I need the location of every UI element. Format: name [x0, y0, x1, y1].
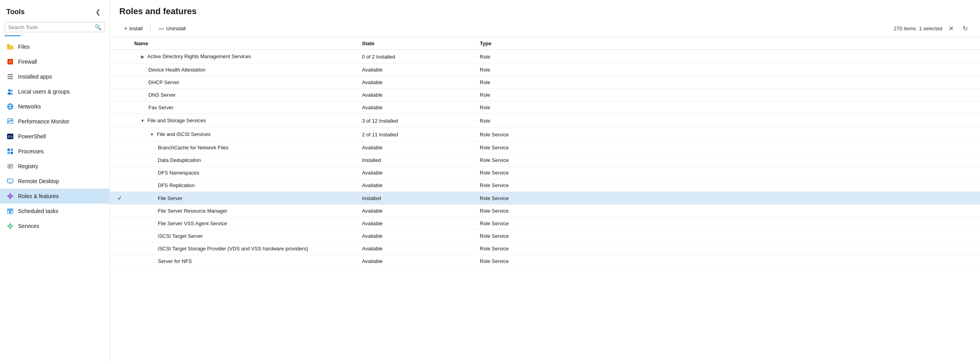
main-header: Roles and features — [110, 0, 980, 20]
row-name-cell: Device Health Attestation — [130, 64, 357, 76]
row-name-cell: File Server VSS Agent Service — [130, 217, 357, 230]
svg-point-7 — [8, 89, 11, 92]
scheduled-tasks-icon — [6, 207, 14, 215]
row-state-cell: Available — [357, 230, 475, 243]
refresh-button[interactable]: ↻ — [960, 23, 971, 34]
row-type-cell: Role Service — [475, 192, 980, 205]
row-name-cell: DHCP Server — [130, 76, 357, 89]
expand-button[interactable]: ▼ — [139, 117, 146, 124]
sidebar-item-installed-apps[interactable]: Installed apps — [0, 69, 110, 84]
page-title: Roles and features — [119, 6, 971, 17]
row-type-cell: Role Service — [475, 179, 980, 192]
table-body: ▶ Active Directory Rights Management Ser… — [110, 50, 980, 268]
row-type-cell: Role — [475, 50, 980, 64]
row-checkbox-cell — [110, 243, 130, 255]
expand-button[interactable]: ▶ — [139, 53, 146, 60]
row-checkbox-cell — [110, 167, 130, 179]
table-row[interactable]: BranchCache for Network FilesAvailableRo… — [110, 141, 980, 154]
row-state-cell: 3 of 12 Installed — [357, 114, 475, 128]
roles-table: Name State Type ▶ Active Directory Right… — [110, 37, 980, 268]
table-row[interactable]: ▶ Active Directory Rights Management Ser… — [110, 50, 980, 64]
table-row[interactable]: ▼ File and iSCSI Services2 of 11 Install… — [110, 128, 980, 141]
sidebar: Tools ❮ 🔍 FilesFirewallInstalled appsLoc… — [0, 0, 110, 362]
table-row[interactable]: Server for NFSAvailableRole Service — [110, 255, 980, 268]
installed-apps-icon — [6, 73, 14, 81]
col-name: Name — [130, 37, 357, 50]
sidebar-item-registry[interactable]: Registry — [0, 159, 110, 174]
table-row[interactable]: Fax ServerAvailableRole — [110, 101, 980, 114]
sidebar-item-local-users[interactable]: Local users & groups — [0, 84, 110, 99]
sidebar-item-performance-monitor[interactable]: Performance Monitor — [0, 114, 110, 129]
svg-rect-20 — [11, 152, 13, 154]
row-state-cell: Available — [357, 217, 475, 230]
row-name-cell: ▼ File and iSCSI Services — [130, 128, 357, 141]
row-type-cell: Role — [475, 114, 980, 128]
svg-point-28 — [10, 196, 11, 197]
sidebar-item-remote-desktop[interactable]: Remote Desktop — [0, 174, 110, 189]
clear-selection-button[interactable]: ✕ — [945, 23, 956, 34]
sidebar-item-files[interactable]: Files — [0, 39, 110, 54]
row-name-cell: Data Deduplication — [130, 154, 357, 167]
search-input[interactable] — [8, 24, 95, 30]
row-checkbox-cell — [110, 230, 130, 243]
row-name-cell: iSCSI Target Server — [130, 230, 357, 243]
networks-icon — [6, 103, 14, 110]
table-row[interactable]: iSCSI Target ServerAvailableRole Service — [110, 230, 980, 243]
row-checkbox-cell — [110, 76, 130, 89]
sidebar-collapse-button[interactable]: ❮ — [92, 6, 103, 17]
table-container: Name State Type ▶ Active Directory Right… — [110, 37, 980, 362]
table-row[interactable]: File Server VSS Agent ServiceAvailableRo… — [110, 217, 980, 230]
sidebar-item-scheduled-tasks[interactable]: Scheduled tasks — [0, 204, 110, 219]
sidebar-item-roles-features[interactable]: Roles & features — [0, 189, 110, 204]
row-type-cell: Role Service — [475, 243, 980, 255]
sidebar-item-label-powershell: PowerShell — [18, 133, 46, 140]
svg-rect-5 — [7, 76, 13, 77]
table-row[interactable]: DHCP ServerAvailableRole — [110, 76, 980, 89]
uninstall-button[interactable]: — Uninstall — [154, 23, 190, 33]
table-row[interactable]: ✓File ServerInstalledRole Service — [110, 192, 980, 205]
sidebar-item-services[interactable]: Services — [0, 219, 110, 233]
row-type-cell: Role Service — [475, 141, 980, 154]
table-row[interactable]: File Server Resource ManagerAvailableRol… — [110, 205, 980, 217]
sidebar-item-firewall[interactable]: Firewall — [0, 54, 110, 69]
local-users-icon — [6, 88, 14, 96]
table-row[interactable]: DFS NamespacesAvailableRole Service — [110, 167, 980, 179]
sidebar-item-processes[interactable]: Processes — [0, 144, 110, 159]
row-type-cell: Role Service — [475, 217, 980, 230]
row-checkbox-cell — [110, 205, 130, 217]
row-name-cell: iSCSI Target Storage Provider (VDS and V… — [130, 243, 357, 255]
row-name-cell: DFS Replication — [130, 179, 357, 192]
col-state: State — [357, 37, 475, 50]
files-icon — [6, 43, 14, 51]
sidebar-item-powershell[interactable]: PSPowerShell — [0, 129, 110, 144]
svg-text:PS: PS — [8, 135, 13, 139]
table-row[interactable]: Data DeduplicationInstalledRole Service — [110, 154, 980, 167]
col-type: Type — [475, 37, 980, 50]
table-row[interactable]: iSCSI Target Storage Provider (VDS and V… — [110, 243, 980, 255]
expand-button[interactable]: ▼ — [148, 131, 155, 138]
table-row[interactable]: Device Health AttestationAvailableRole — [110, 64, 980, 76]
row-checkbox-cell — [110, 154, 130, 167]
sidebar-item-networks[interactable]: Networks — [0, 99, 110, 114]
svg-rect-26 — [9, 184, 12, 184]
row-state-cell: Available — [357, 101, 475, 114]
install-button[interactable]: + Install — [119, 23, 147, 33]
svg-point-39 — [10, 226, 11, 227]
check-icon: ✓ — [117, 195, 122, 201]
sidebar-item-label-local-users: Local users & groups — [18, 88, 70, 95]
svg-rect-22 — [9, 165, 12, 166]
table-row[interactable]: DNS ServerAvailableRole — [110, 89, 980, 101]
svg-rect-24 — [7, 179, 13, 183]
table-row[interactable]: ▼ File and Storage Services3 of 12 Insta… — [110, 114, 980, 128]
row-type-cell: Role Service — [475, 230, 980, 243]
sidebar-search-box[interactable]: 🔍 — [5, 22, 105, 32]
sidebar-item-label-processes: Processes — [18, 148, 44, 154]
sidebar-item-label-services: Services — [18, 223, 39, 229]
row-state-cell: Available — [357, 89, 475, 101]
svg-rect-34 — [7, 209, 13, 210]
table-row[interactable]: DFS ReplicationAvailableRole Service — [110, 179, 980, 192]
sidebar-nav: FilesFirewallInstalled appsLocal users &… — [0, 39, 110, 362]
row-type-cell: Role — [475, 64, 980, 76]
row-name-cell: Fax Server — [130, 101, 357, 114]
svg-rect-4 — [7, 74, 13, 75]
